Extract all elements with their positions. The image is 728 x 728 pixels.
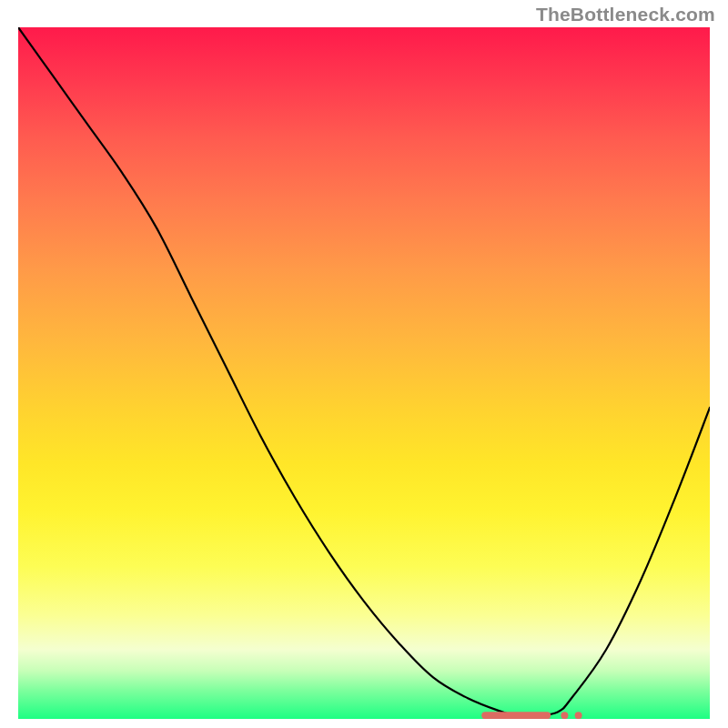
chart-container: TheBottleneck.com — [0, 0, 728, 728]
chart-svg — [18, 27, 710, 719]
plot-area — [18, 27, 710, 719]
svg-point-1 — [561, 712, 568, 719]
svg-rect-0 — [481, 712, 551, 719]
trough-markers — [481, 712, 581, 719]
bottleneck-curve — [18, 27, 710, 716]
svg-point-2 — [575, 712, 582, 719]
attribution-label: TheBottleneck.com — [536, 4, 715, 25]
